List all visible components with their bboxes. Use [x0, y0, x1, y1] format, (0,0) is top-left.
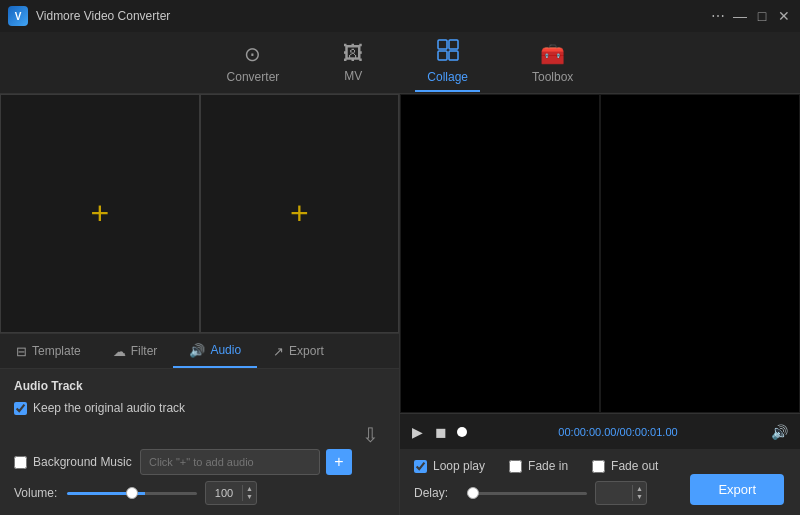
add-media-icon-2: +: [290, 195, 309, 232]
nav-collage-label: Collage: [427, 70, 468, 84]
collage-icon: [437, 39, 459, 66]
time-total: 00:00:01.00: [620, 426, 678, 438]
time-current: 00:00:00.00: [558, 426, 616, 438]
tab-template[interactable]: ⊟ Template: [0, 334, 97, 368]
svg-rect-3: [449, 51, 458, 60]
nav-toolbox-label: Toolbox: [532, 70, 573, 84]
delay-input[interactable]: 0.0: [596, 487, 632, 499]
bg-music-row: Background Music +: [14, 449, 385, 475]
stop-icon: ◼: [435, 424, 447, 440]
tab-audio-label: Audio: [210, 343, 241, 357]
bg-music-checkbox[interactable]: [14, 456, 27, 469]
tab-audio[interactable]: 🔊 Audio: [173, 334, 257, 368]
volume-down-btn[interactable]: ▼: [243, 493, 256, 501]
play-icon: ▶: [412, 424, 423, 440]
nav-mv[interactable]: 🖼 MV: [331, 36, 375, 89]
tab-bar: ⊟ Template ☁ Filter 🔊 Audio ↗ Export: [0, 333, 399, 369]
export-btn[interactable]: Export: [690, 474, 784, 505]
minimize-btn[interactable]: —: [732, 8, 748, 24]
collage-cell-1[interactable]: +: [0, 94, 200, 333]
volume-slider[interactable]: [67, 492, 197, 495]
menu-btn[interactable]: ⋯: [710, 8, 726, 24]
delay-slider[interactable]: [467, 492, 587, 495]
tab-template-label: Template: [32, 344, 81, 358]
titlebar-title: Vidmore Video Converter: [36, 9, 170, 23]
volume-row: Volume: 100 ▲ ▼: [14, 481, 385, 505]
audio-icon: 🔊: [189, 343, 205, 358]
collage-cell-2[interactable]: +: [200, 94, 400, 333]
tab-export[interactable]: ↗ Export: [257, 334, 340, 368]
keep-original-checkbox[interactable]: [14, 402, 27, 415]
download-arrow-icon: ⇩: [362, 423, 379, 447]
main: + + ⊟ Template ☁ Filter 🔊 Audio ↗ Export: [0, 94, 800, 515]
maximize-btn[interactable]: □: [754, 8, 770, 24]
app-logo: V: [8, 6, 28, 26]
titlebar-left: V Vidmore Video Converter: [8, 6, 170, 26]
keep-original-label[interactable]: Keep the original audio track: [14, 401, 185, 415]
video-controls: ▶ ◼ 00:00:00.00/00:00:01.00 🔊: [400, 413, 800, 449]
svg-rect-1: [449, 40, 458, 49]
fade-out-label[interactable]: Fade out: [592, 459, 658, 473]
export-bar: Export: [690, 474, 784, 505]
preview-area: [400, 94, 800, 413]
svg-rect-0: [438, 40, 447, 49]
bg-music-input[interactable]: [140, 449, 320, 475]
left-panel: + + ⊟ Template ☁ Filter 🔊 Audio ↗ Export: [0, 94, 400, 515]
add-media-icon-1: +: [90, 195, 109, 232]
loop-play-checkbox[interactable]: [414, 460, 427, 473]
delay-down-btn[interactable]: ▼: [633, 493, 646, 501]
mv-icon: 🖼: [343, 42, 363, 65]
nav-converter-label: Converter: [227, 70, 280, 84]
right-panel: ▶ ◼ 00:00:00.00/00:00:01.00 🔊 Loop play: [400, 94, 800, 515]
volume-label: Volume:: [14, 486, 59, 500]
fade-out-checkbox[interactable]: [592, 460, 605, 473]
volume-ctrl-icon: 🔊: [771, 424, 788, 440]
progress-dot: [457, 427, 467, 437]
play-btn[interactable]: ▶: [410, 422, 425, 442]
playback-options-row: Loop play Fade in Fade out: [414, 459, 786, 473]
volume-up-btn[interactable]: ▲: [243, 485, 256, 493]
audio-panel: Audio Track Keep the original audio trac…: [0, 369, 399, 515]
stop-btn[interactable]: ◼: [433, 422, 449, 442]
fade-in-label[interactable]: Fade in: [509, 459, 568, 473]
collage-area: + +: [0, 94, 399, 333]
template-icon: ⊟: [16, 344, 27, 359]
tab-filter-label: Filter: [131, 344, 158, 358]
delay-input-wrap: 0.0 ▲ ▼: [595, 481, 647, 505]
toolbox-icon: 🧰: [540, 42, 565, 66]
converter-icon: ⊙: [244, 42, 261, 66]
svg-rect-2: [438, 51, 447, 60]
preview-cell-2: [600, 94, 800, 413]
titlebar-controls: ⋯ — □ ✕: [710, 8, 792, 24]
loop-play-label[interactable]: Loop play: [414, 459, 485, 473]
tab-export-label: Export: [289, 344, 324, 358]
nav-toolbox[interactable]: 🧰 Toolbox: [520, 36, 585, 90]
bg-music-checkbox-label[interactable]: Background Music: [14, 455, 134, 469]
nav-mv-label: MV: [344, 69, 362, 83]
volume-input-wrap: 100 ▲ ▼: [205, 481, 257, 505]
nav-converter[interactable]: ⊙ Converter: [215, 36, 292, 90]
export-tab-icon: ↗: [273, 344, 284, 359]
volume-ctrl-btn[interactable]: 🔊: [769, 422, 790, 442]
time-display: 00:00:00.00/00:00:01.00: [475, 426, 761, 438]
fade-in-checkbox[interactable]: [509, 460, 522, 473]
preview-cell-1: [400, 94, 600, 413]
audio-track-title: Audio Track: [14, 379, 385, 393]
volume-arrows: ▲ ▼: [242, 485, 256, 502]
delay-label: Delay:: [414, 486, 459, 500]
nav-collage[interactable]: Collage: [415, 33, 480, 92]
close-btn[interactable]: ✕: [776, 8, 792, 24]
tab-filter[interactable]: ☁ Filter: [97, 334, 174, 368]
filter-icon: ☁: [113, 344, 126, 359]
titlebar: V Vidmore Video Converter ⋯ — □ ✕: [0, 0, 800, 32]
navbar: ⊙ Converter 🖼 MV Collage 🧰 Toolbox: [0, 32, 800, 94]
add-audio-btn[interactable]: +: [326, 449, 352, 475]
delay-up-btn[interactable]: ▲: [633, 485, 646, 493]
delay-arrows: ▲ ▼: [632, 485, 646, 502]
volume-input[interactable]: 100: [206, 487, 242, 499]
keep-original-row: Keep the original audio track: [14, 401, 385, 415]
